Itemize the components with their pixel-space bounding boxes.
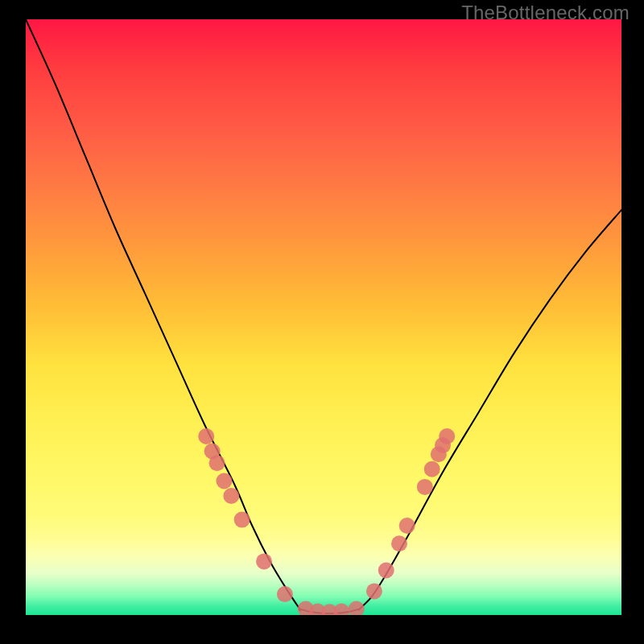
marker-point [366,583,382,599]
v-curve-path [26,19,621,613]
marker-point [439,428,455,444]
bottleneck-curve [26,19,621,613]
marker-point [209,455,225,471]
marker-point [216,473,232,489]
marker-point [378,563,394,579]
chart-stage: TheBottleneck.com [0,0,644,644]
marker-point [256,553,272,569]
marker-point [277,586,293,602]
marker-point [424,461,440,477]
marker-point [391,535,407,551]
marker-point [333,604,349,615]
marker-point [223,488,239,504]
marker-point [234,512,250,528]
marker-point [399,518,415,534]
marker-point [417,479,433,495]
curve-canvas [26,19,621,615]
plot-area [26,19,621,615]
marker-point [198,428,214,444]
marker-point [349,601,365,615]
